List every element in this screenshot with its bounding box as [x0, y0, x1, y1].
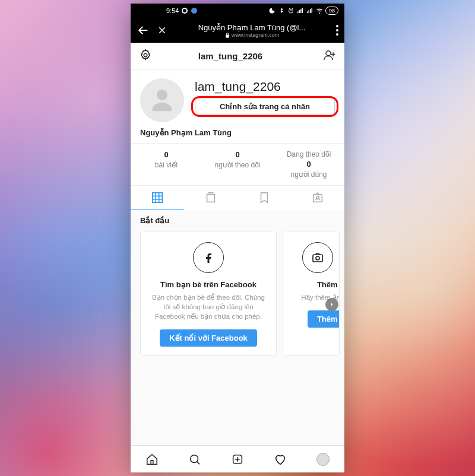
svg-point-5 — [326, 50, 331, 55]
heart-icon — [274, 453, 287, 466]
nav-profile[interactable] — [302, 446, 344, 472]
svg-rect-10 — [313, 255, 322, 262]
posts-label: bài viết — [155, 161, 178, 169]
carousel-next-icon[interactable] — [325, 298, 338, 311]
nav-search[interactable] — [173, 446, 216, 472]
svg-point-1 — [183, 9, 186, 12]
home-icon — [145, 453, 159, 466]
battery-indicator: 98 — [325, 7, 338, 15]
posts-count: 0 — [131, 150, 202, 160]
stat-followers[interactable]: 0 người theo dõi — [202, 150, 273, 179]
signal-icon-2 — [306, 7, 314, 14]
tab-grid[interactable] — [131, 186, 184, 210]
profile-username: lam_tung_2206 — [195, 80, 335, 94]
header-username: lam_tung_2206 — [140, 51, 321, 61]
followers-label: người theo dõi — [214, 161, 260, 169]
stats-row: 0 bài viết 0 người theo dõi Đang theo dõ… — [131, 143, 344, 185]
bluetooth-icon — [278, 7, 285, 14]
add-post-icon — [231, 453, 244, 466]
add-photo-button[interactable]: Thêm ản — [308, 310, 340, 328]
search-icon — [188, 453, 201, 466]
svg-point-11 — [316, 256, 319, 260]
dnd-icon — [268, 7, 276, 14]
bookmark-icon — [258, 191, 271, 204]
followers-count: 0 — [202, 150, 273, 160]
feed-icon — [204, 191, 217, 204]
card-find-friends: Tìm bạn bè trên Facebook Bạn chọn bạn bè… — [140, 231, 277, 356]
bottom-nav — [131, 445, 344, 472]
edit-profile-button[interactable]: Chỉnh sửa trang cá nhân — [195, 99, 335, 115]
kebab-menu-icon[interactable] — [336, 25, 338, 36]
phone-frame: 9:54 98 Nguyễn Phạm Lam Tùng (@l... www.… — [131, 4, 344, 472]
tagged-icon — [311, 191, 324, 204]
avatar[interactable] — [140, 78, 184, 122]
browser-title: Nguyễn Phạm Lam Tùng (@l... www.instagra… — [175, 23, 329, 38]
discover-people-icon[interactable] — [321, 47, 336, 65]
close-icon[interactable] — [157, 25, 167, 36]
nav-home[interactable] — [131, 446, 173, 472]
signal-icon-1 — [297, 7, 304, 14]
status-right: 98 — [268, 7, 338, 15]
profile-row: lam_tung_2206 Chỉnh sửa trang cá nhân — [131, 70, 344, 125]
svg-rect-6 — [153, 193, 163, 203]
following-header: Đang theo dõi — [287, 150, 331, 158]
nav-activity[interactable] — [259, 446, 302, 472]
status-app-icon-2 — [191, 7, 198, 14]
person-icon — [149, 87, 175, 113]
app-header: lam_tung_2206 — [131, 43, 344, 70]
section-title: Bắt đầu — [140, 216, 344, 225]
back-arrow-icon[interactable] — [137, 24, 150, 37]
following-count: 0 — [273, 159, 344, 170]
profile-tabs — [131, 185, 344, 210]
mini-avatar-icon — [316, 453, 330, 466]
svg-point-2 — [191, 8, 197, 14]
photo-circle-icon — [302, 242, 333, 273]
display-name: Nguyễn Phạm Lam Tùng — [131, 125, 344, 143]
tab-saved[interactable] — [238, 186, 291, 210]
browser-bar: Nguyễn Phạm Lam Tùng (@l... www.instagra… — [131, 18, 344, 43]
android-status-bar: 9:54 98 — [131, 4, 344, 18]
stat-posts[interactable]: 0 bài viết — [131, 150, 202, 179]
svg-rect-7 — [207, 194, 215, 202]
browser-page-title: Nguyễn Phạm Lam Tùng (@l... — [175, 23, 329, 32]
svg-point-12 — [191, 455, 198, 462]
card1-title: Tìm bạn bè trên Facebook — [160, 280, 256, 289]
alarm-icon — [287, 7, 294, 14]
card-carousel[interactable]: Tìm bạn bè trên Facebook Bạn chọn bạn bè… — [140, 231, 344, 356]
status-time: 9:54 — [166, 7, 179, 14]
getting-started-section: Bắt đầu Tìm bạn bè trên Facebook Bạn chọ… — [131, 210, 344, 445]
tab-tagged[interactable] — [291, 186, 344, 210]
card-add-photo: Thêm ản Hãy thêm ản đ biết đ Thêm ản — [283, 231, 340, 356]
wifi-icon — [316, 7, 323, 14]
browser-url: www.instagram.com — [175, 32, 329, 38]
status-left: 9:54 — [166, 7, 198, 14]
nav-add[interactable] — [216, 446, 259, 472]
grid-icon — [151, 191, 164, 204]
connect-facebook-button[interactable]: Kết nối với Facebook — [160, 329, 257, 347]
card1-desc: Bạn chọn bạn bè để theo dõi. Chúng tôi s… — [149, 293, 268, 321]
stat-following[interactable]: Đang theo dõi 0 người dùng — [273, 150, 344, 179]
profile-info: lam_tung_2206 Chỉnh sửa trang cá nhân — [195, 78, 335, 115]
card2-title: Thêm ản — [292, 280, 340, 289]
following-unit: người dùng — [290, 170, 327, 179]
tab-feed[interactable] — [184, 186, 238, 210]
status-app-icon-1 — [181, 7, 188, 14]
facebook-circle-icon — [193, 242, 224, 273]
